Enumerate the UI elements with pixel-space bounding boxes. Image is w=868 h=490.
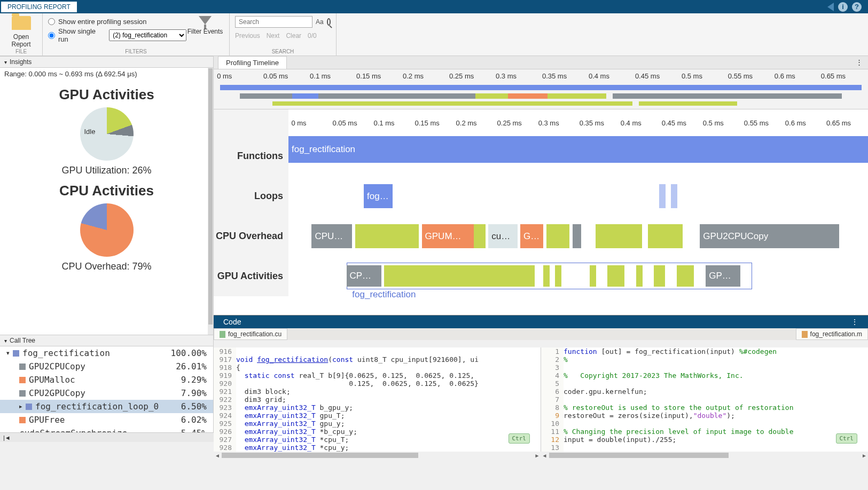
- case-sensitive-icon[interactable]: Aa: [316, 18, 324, 26]
- code-line[interactable]: 1function [out] = fog_rectification(inpu…: [541, 347, 868, 355]
- event-gpu-tiny[interactable]: [590, 265, 596, 287]
- code-line[interactable]: 920 0.125, 0.0625, 0.125, 0.0625}: [214, 380, 541, 388]
- code-line[interactable]: 8% restoreOut is used to store the outpu…: [541, 404, 868, 412]
- code-line[interactable]: 927 emxArray_uint32_T *cpu_T;: [214, 436, 541, 444]
- event-green[interactable]: [546, 224, 569, 248]
- code-line[interactable]: 922 dim3 grid;: [214, 396, 541, 404]
- next-button[interactable]: Next: [267, 32, 280, 39]
- event-gpu-tiny[interactable]: [654, 265, 666, 287]
- search-icon[interactable]: [327, 18, 331, 26]
- code-line[interactable]: 4% Copyright 2017-2023 The MathWorks, In…: [541, 372, 868, 380]
- event-cp[interactable]: CP…: [347, 265, 381, 287]
- code-line[interactable]: 919 static const real_T b[9]{0.0625, 0.1…: [214, 372, 541, 380]
- event-gpu-tiny[interactable]: [607, 265, 625, 287]
- event-cpu[interactable]: CPU…: [311, 224, 352, 248]
- gpu-activities-track[interactable]: CP… GP… fog_rectification: [288, 256, 868, 296]
- event-gpu-tiny[interactable]: [677, 265, 694, 287]
- folder-icon[interactable]: [12, 16, 31, 30]
- funnel-icon[interactable]: [199, 16, 212, 25]
- cpu-activities-title: CPU Activities: [0, 183, 213, 199]
- code-line[interactable]: 11% Changing the precision level of inpu…: [541, 428, 868, 436]
- search-count: 0/0: [308, 32, 317, 39]
- event-gray[interactable]: [573, 224, 581, 248]
- help-icon[interactable]: ?: [852, 2, 862, 12]
- code-line[interactable]: 924 emxArray_uint32_T gpu_T;: [214, 412, 541, 420]
- code-line[interactable]: 9restoreOut = zeros(size(input),"double"…: [541, 412, 868, 420]
- code-line[interactable]: 921 dim3 block;: [214, 388, 541, 396]
- calltree-row[interactable]: ▾fog_rectification100.00%: [0, 346, 213, 360]
- calltree-header[interactable]: Call Tree: [0, 335, 213, 346]
- title-tab[interactable]: PROFILING REPORT: [1, 2, 77, 12]
- event-gpu-tiny[interactable]: [555, 265, 561, 287]
- code-line[interactable]: 3: [541, 363, 868, 372]
- code-menu-icon[interactable]: ⋮: [851, 318, 858, 326]
- code-line[interactable]: 916: [214, 347, 541, 355]
- calltree-row[interactable]: GPUMalloc9.29%: [0, 373, 213, 386]
- event-gpu-tiny[interactable]: [543, 265, 550, 287]
- code-line[interactable]: 12input = double(input)./255;: [541, 436, 868, 444]
- event-fog-rectification[interactable]: fog_rectification: [288, 136, 868, 163]
- code-line[interactable]: 917void fog_rectification(const uint8_T …: [214, 355, 541, 363]
- show-entire-label: Show entire profiling session: [58, 18, 146, 26]
- right-file-tab[interactable]: fog_rectification.m: [796, 328, 868, 340]
- event-fog-loop[interactable]: fog…: [364, 184, 393, 208]
- search-input[interactable]: [235, 16, 312, 28]
- code-line[interactable]: 923 emxArray_uint32_T b_gpu_y;: [214, 404, 541, 412]
- code-line[interactable]: 13: [541, 444, 868, 452]
- event-loop-tiny[interactable]: [659, 184, 666, 208]
- event-gpumalloc[interactable]: GPUM…: [422, 224, 474, 248]
- previous-button[interactable]: Previous: [235, 32, 260, 39]
- event-gpu2cpu[interactable]: GPU2CPUCopy: [700, 224, 839, 248]
- code-line[interactable]: 6coder.gpu.kernelfun;: [541, 388, 868, 396]
- event-gpu-kernel[interactable]: [384, 265, 535, 287]
- event-cu[interactable]: cu…: [488, 224, 517, 248]
- code-line[interactable]: 928 emxArray_uint32_T *cpu_y;: [214, 444, 541, 452]
- code-pane-right[interactable]: 1function [out] = fog_rectification(inpu…: [541, 347, 868, 452]
- calltree-row[interactable]: GPUFree6.02%: [0, 413, 213, 426]
- filter-events-button[interactable]: Filter Events: [186, 28, 224, 35]
- code-line[interactable]: 5: [541, 380, 868, 388]
- calltree-row[interactable]: GPU2CPUCopy26.01%: [0, 360, 213, 373]
- right-hscrollbar[interactable]: ◄ ►: [541, 452, 869, 459]
- functions-track[interactable]: fog_rectification: [288, 136, 868, 176]
- cpu-overhead-track[interactable]: CPU… GPUM… cu… G… GPU2CPUCopy: [288, 216, 868, 256]
- run-select[interactable]: (2) fog_rectification: [109, 29, 186, 41]
- code-panel-title: Code: [223, 318, 241, 326]
- show-single-radio[interactable]: [48, 32, 55, 39]
- event-gp[interactable]: GP…: [706, 265, 740, 287]
- calltree-list: ▾fog_rectification100.00%GPU2CPUCopy26.0…: [0, 346, 213, 432]
- insights-scrollbar[interactable]: [208, 68, 213, 335]
- info-icon[interactable]: i: [838, 2, 848, 12]
- event-g[interactable]: G…: [520, 224, 543, 248]
- calltree-row[interactable]: cudaStreamSynchronize5.45%: [0, 426, 213, 432]
- timeline-menu-icon[interactable]: ⋮: [850, 56, 868, 69]
- clear-button[interactable]: Clear: [286, 32, 301, 39]
- code-line[interactable]: 2%: [541, 355, 868, 363]
- event-gpu-tiny[interactable]: [636, 265, 643, 287]
- code-line[interactable]: 918{: [214, 363, 541, 372]
- insights-header[interactable]: Insights: [0, 56, 213, 68]
- code-line[interactable]: 926 emxArray_uint32_T *b_cpu_y;: [214, 428, 541, 436]
- event-green[interactable]: [648, 224, 683, 248]
- code-pane-left[interactable]: 916917void fog_rectification(const uint8…: [214, 347, 541, 452]
- show-entire-radio[interactable]: [48, 18, 55, 25]
- file-group-label: FILE: [15, 49, 27, 54]
- calltree-row[interactable]: CPU2GPUCopy7.90%: [0, 386, 213, 400]
- code-line[interactable]: 10: [541, 420, 868, 428]
- event-green[interactable]: [355, 224, 419, 248]
- event-green[interactable]: [596, 224, 642, 248]
- left-file-tab[interactable]: fog_rectification.cu: [214, 328, 287, 340]
- timeline-container[interactable]: 0 ms0.05 ms0.1 ms0.15 ms0.2 ms0.25 ms0.3…: [214, 69, 868, 315]
- profiling-timeline-tab[interactable]: Profiling Timeline: [218, 56, 287, 69]
- event-loop-tiny[interactable]: [671, 184, 677, 208]
- code-line[interactable]: 7: [541, 396, 868, 404]
- event-green[interactable]: [474, 224, 486, 248]
- goto-start-icon[interactable]: |◄: [3, 434, 11, 441]
- mini-timeline[interactable]: [214, 83, 868, 109]
- loops-track[interactable]: fog…: [288, 176, 868, 216]
- calltree-row[interactable]: ▸fog_rectification_loop_06.50%: [0, 400, 213, 413]
- code-line[interactable]: 925 emxArray_uint32_T gpu_y;: [214, 420, 541, 428]
- cu-file-icon: [220, 331, 225, 338]
- open-report-button[interactable]: Open Report: [5, 33, 37, 48]
- left-hscrollbar[interactable]: ◄ ►: [214, 452, 541, 459]
